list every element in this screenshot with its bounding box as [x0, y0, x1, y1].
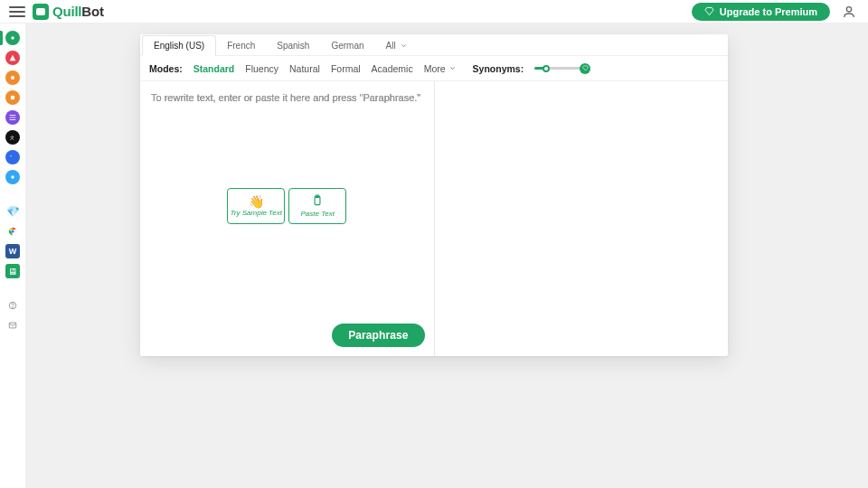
top-bar: QuillBot Upgrade to Premium — [0, 0, 868, 23]
svg-point-6 — [11, 175, 14, 178]
svg-point-1 — [11, 36, 14, 39]
modes-row: Modes: Standard Fluency Natural Formal A… — [140, 56, 728, 81]
premium-icon[interactable]: 💎 — [5, 204, 20, 219]
svg-text:”: ” — [10, 155, 12, 160]
menu-icon[interactable] — [9, 4, 25, 20]
mode-fluency[interactable]: Fluency — [245, 63, 278, 74]
help-icon[interactable] — [5, 298, 20, 313]
svg-point-2 — [11, 76, 14, 80]
clipboard-icon — [311, 194, 324, 209]
svg-point-0 — [846, 6, 851, 11]
lang-tab-english[interactable]: English (US) — [142, 35, 216, 56]
logo-mark-icon — [33, 4, 49, 20]
flow-icon[interactable] — [5, 170, 20, 184]
cowriter-icon[interactable] — [5, 90, 20, 105]
sidebar-active-indicator — [0, 31, 3, 45]
chevron-down-icon — [448, 64, 457, 72]
diamond-icon — [704, 6, 714, 16]
lang-tab-french[interactable]: French — [216, 34, 266, 55]
lang-tab-spanish[interactable]: Spanish — [266, 34, 320, 55]
summarizer-icon[interactable] — [5, 110, 20, 125]
synonyms-slider[interactable] — [534, 62, 587, 75]
chevron-down-icon — [400, 42, 408, 50]
try-sample-button[interactable]: 👋 Try Sample Text — [227, 188, 285, 224]
chrome-extension-icon[interactable] — [5, 224, 20, 239]
paraphraser-icon[interactable] — [5, 31, 20, 45]
mode-natural[interactable]: Natural — [289, 63, 320, 74]
output-pane — [435, 81, 729, 356]
grammar-checker-icon[interactable] — [5, 51, 20, 65]
word-extension-icon[interactable]: W — [5, 244, 20, 258]
brand-name: QuillBot — [52, 4, 104, 19]
svg-point-8 — [11, 230, 14, 232]
mode-more[interactable]: More — [424, 63, 457, 74]
lang-tab-german[interactable]: German — [320, 34, 374, 55]
slider-premium-lock-icon[interactable] — [580, 63, 590, 74]
lang-tab-all[interactable]: All — [375, 34, 419, 55]
desktop-app-icon[interactable]: 🖥 — [5, 264, 20, 278]
synonyms-label: Synonyms: — [473, 63, 524, 74]
svg-text:文: 文 — [10, 135, 14, 140]
svg-point-10 — [13, 307, 14, 308]
input-pane: To rewrite text, enter or paste it here … — [140, 81, 435, 356]
main-canvas: English (US) French Spanish German All M… — [25, 23, 868, 488]
plagiarism-checker-icon[interactable] — [5, 70, 20, 85]
sidebar: 文 ” 💎 W 🖥 — [0, 23, 25, 488]
contact-icon[interactable] — [5, 318, 20, 333]
mode-standard[interactable]: Standard — [193, 63, 235, 74]
upgrade-label: Upgrade to Premium — [720, 6, 817, 17]
svg-rect-3 — [11, 96, 14, 99]
wave-icon: 👋 — [249, 195, 264, 208]
editor-panes: To rewrite text, enter or paste it here … — [140, 81, 728, 356]
paraphrase-button[interactable]: Paraphrase — [332, 324, 424, 347]
mode-formal[interactable]: Formal — [331, 63, 361, 74]
upgrade-button[interactable]: Upgrade to Premium — [692, 3, 830, 21]
helper-buttons: 👋 Try Sample Text Paste Text — [227, 188, 346, 224]
mode-academic[interactable]: Academic — [372, 63, 413, 74]
translator-icon[interactable]: 文 — [5, 130, 20, 145]
slider-thumb[interactable] — [542, 65, 550, 72]
account-icon[interactable] — [839, 2, 859, 22]
paraphraser-card: English (US) French Spanish German All M… — [140, 34, 728, 356]
citation-generator-icon[interactable]: ” — [5, 150, 20, 164]
language-tabs: English (US) French Spanish German All — [140, 34, 728, 56]
brand-logo[interactable]: QuillBot — [33, 4, 104, 20]
modes-label: Modes: — [149, 63, 183, 74]
paste-text-button[interactable]: Paste Text — [288, 188, 346, 224]
